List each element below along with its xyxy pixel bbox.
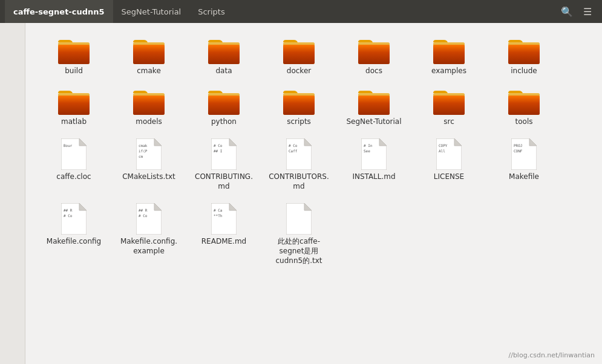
file-label: models bbox=[136, 117, 162, 127]
tab-scripts[interactable]: Scripts bbox=[189, 0, 233, 23]
file-item[interactable]: data bbox=[188, 33, 260, 81]
svg-rect-23 bbox=[433, 45, 465, 64]
file-item[interactable]: python bbox=[188, 83, 260, 132]
folder-icon bbox=[508, 88, 540, 115]
folder-icon bbox=[208, 37, 240, 64]
file-item[interactable]: SegNet-Tutorial bbox=[338, 83, 410, 132]
svg-rect-43 bbox=[283, 96, 315, 115]
svg-marker-85 bbox=[79, 203, 87, 210]
file-label: examples bbox=[431, 67, 466, 76]
svg-rect-39 bbox=[208, 96, 240, 115]
folder-icon bbox=[58, 88, 90, 115]
svg-text:## I: ## I bbox=[214, 149, 223, 153]
document-icon: ## R# Co bbox=[61, 203, 87, 235]
svg-text:**Th: **Th bbox=[214, 213, 223, 218]
svg-text:Caff: Caff bbox=[289, 149, 298, 153]
svg-marker-97 bbox=[304, 203, 312, 210]
svg-text:# Co: # Co bbox=[214, 143, 223, 148]
tab-segnet-tutorial[interactable]: SegNet-Tutorial bbox=[113, 0, 190, 23]
svg-rect-51 bbox=[433, 96, 465, 115]
file-item[interactable]: ## R# Co Makefile.config. example bbox=[113, 198, 185, 270]
file-item[interactable]: include bbox=[488, 33, 560, 81]
svg-marker-77 bbox=[454, 138, 462, 146]
sidebar bbox=[0, 23, 25, 364]
file-label: docs bbox=[365, 67, 382, 76]
svg-text:COPY: COPY bbox=[439, 143, 448, 148]
file-item[interactable]: src bbox=[413, 83, 485, 132]
svg-text:# Co: # Co bbox=[64, 213, 73, 218]
file-label: INSTALL.md bbox=[352, 172, 395, 182]
file-item[interactable]: docker bbox=[263, 33, 335, 81]
folder-icon bbox=[133, 37, 165, 64]
main-content: build cmake bbox=[0, 23, 602, 364]
active-tab[interactable]: caffe-segnet-cudnn5 bbox=[5, 0, 113, 23]
file-item[interactable]: ## R# Co Makefile.config bbox=[38, 198, 110, 270]
file-label: src bbox=[443, 117, 454, 127]
file-label: Makefile.config. example bbox=[116, 237, 182, 256]
document-icon: PROJCONF bbox=[511, 138, 537, 170]
svg-text:## R: ## R bbox=[64, 208, 73, 212]
file-item[interactable]: # Ca**Th README.md bbox=[188, 198, 260, 270]
titlebar-actions: 🔍 ☰ bbox=[557, 2, 597, 21]
file-item[interactable]: examples bbox=[413, 33, 485, 81]
file-item[interactable]: cmakif(Pcm CMakeLists.txt bbox=[113, 134, 185, 196]
svg-text:# Co: # Co bbox=[139, 213, 148, 218]
svg-marker-69 bbox=[304, 138, 312, 146]
file-item[interactable]: tools bbox=[488, 83, 560, 132]
file-item[interactable]: cmake bbox=[113, 33, 185, 81]
file-label: Makefile bbox=[509, 172, 539, 182]
file-label: 此处的caffe- segnet是用 cudnn5的.txt bbox=[266, 237, 332, 265]
file-item[interactable]: Bour caffe.cloc bbox=[38, 134, 110, 196]
svg-marker-60 bbox=[154, 138, 162, 146]
file-item[interactable]: # CoCaff CONTRIBUTORS. md bbox=[263, 134, 335, 196]
file-item[interactable]: # Co## I CONTRIBUTING. md bbox=[188, 134, 260, 196]
titlebar: caffe-segnet-cudnn5 SegNet-Tutorial Scri… bbox=[0, 0, 602, 23]
svg-rect-31 bbox=[58, 96, 90, 115]
file-item[interactable]: scripts bbox=[263, 83, 335, 132]
svg-marker-73 bbox=[379, 138, 387, 146]
svg-rect-19 bbox=[358, 45, 390, 64]
file-label: SegNet-Tutorial bbox=[346, 117, 401, 127]
file-label: scripts bbox=[287, 117, 311, 127]
file-item[interactable]: PROJCONF Makefile bbox=[488, 134, 560, 196]
svg-rect-11 bbox=[208, 45, 240, 64]
file-label: Makefile.config bbox=[47, 237, 101, 247]
document-icon: Bour bbox=[61, 138, 87, 170]
svg-text:if(P: if(P bbox=[139, 149, 148, 153]
svg-rect-7 bbox=[133, 45, 165, 64]
svg-text:cm: cm bbox=[139, 154, 143, 158]
watermark: //blog.csdn.net/linwantian bbox=[508, 351, 595, 359]
svg-rect-47 bbox=[358, 96, 390, 115]
file-item[interactable]: build bbox=[38, 33, 110, 81]
file-item[interactable]: # InSee INSTALL.md bbox=[338, 134, 410, 196]
file-label: LICENSE bbox=[434, 172, 464, 182]
file-item[interactable]: matlab bbox=[38, 83, 110, 132]
file-label: include bbox=[511, 67, 537, 76]
file-item[interactable]: models bbox=[113, 83, 185, 132]
folder-icon bbox=[133, 88, 165, 115]
svg-marker-81 bbox=[529, 138, 537, 146]
document-icon: # CoCaff bbox=[286, 138, 312, 170]
folder-icon bbox=[283, 88, 315, 115]
file-label: cmake bbox=[137, 67, 161, 76]
svg-text:See: See bbox=[364, 149, 370, 153]
file-item[interactable]: 此处的caffe- segnet是用 cudnn5的.txt bbox=[263, 198, 335, 270]
document-icon: ## R# Co bbox=[136, 203, 162, 235]
svg-text:# Co: # Co bbox=[289, 143, 298, 148]
document-icon: # Ca**Th bbox=[211, 203, 237, 235]
folder-icon bbox=[283, 37, 315, 64]
file-label: docker bbox=[287, 67, 311, 76]
menu-button[interactable]: ☰ bbox=[578, 2, 597, 21]
search-button[interactable]: 🔍 bbox=[557, 2, 577, 21]
svg-marker-89 bbox=[154, 203, 162, 210]
svg-text:All: All bbox=[439, 149, 445, 153]
svg-text:## R: ## R bbox=[139, 208, 148, 212]
folder-icon bbox=[208, 88, 240, 115]
document-icon: # Co## I bbox=[211, 138, 237, 170]
svg-marker-57 bbox=[79, 138, 87, 146]
folder-icon bbox=[358, 88, 390, 115]
file-label: CONTRIBUTORS. md bbox=[266, 172, 332, 191]
file-label: data bbox=[215, 67, 232, 76]
file-item[interactable]: docs bbox=[338, 33, 410, 81]
file-item[interactable]: COPYAll LICENSE bbox=[413, 134, 485, 196]
